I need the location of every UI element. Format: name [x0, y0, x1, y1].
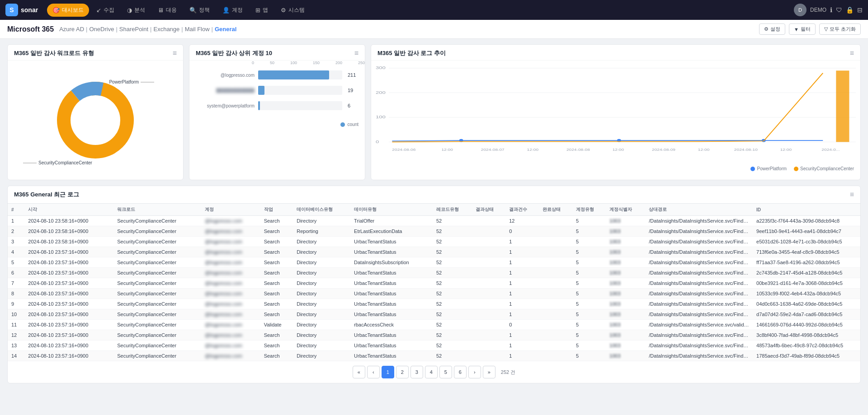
workload-panel-menu[interactable]: ≡	[173, 49, 177, 57]
filter-button[interactable]: ▼ 필터	[789, 23, 816, 35]
legend-powerplatform-dot	[750, 167, 755, 171]
nav-policy[interactable]: 🔍 정책	[184, 4, 215, 17]
breadcrumb-azure-ad[interactable]: Azure AD	[59, 26, 84, 33]
top-accounts-panel: M365 일반 감사 상위 계정 10 ≡ 0 50 100 150 200 2…	[189, 44, 365, 180]
svg-text:0: 0	[376, 139, 379, 144]
line-chart-svg: 300 200 100 0 2024-08-06 12:00 2024-08-0…	[376, 63, 856, 162]
breadcrumb-sharepoint[interactable]: SharePoint	[119, 26, 148, 33]
bar-legend-label: count	[348, 122, 359, 127]
nav-collect[interactable]: ↙ 수집	[91, 4, 120, 17]
bar-row-1: @logpresso.com 211	[196, 70, 359, 79]
svg-text:2024-0...: 2024-0...	[821, 148, 840, 151]
log-trend-menu[interactable]: ≡	[850, 49, 854, 57]
main-content: M365 일반 감사 워크로드 유형 ≡ PowerPlatform	[0, 39, 868, 389]
table-body: 12024-08-10 23:58:16+0900SecurityComplia…	[8, 216, 860, 361]
col-datatype: 데이터유형	[350, 204, 433, 216]
col-account-id: 계정식별자	[606, 204, 645, 216]
sub-header-actions: ⚙ 설정 ▼ 필터 ▽ 모두 초기화	[759, 23, 861, 35]
nav-app-label: 앱	[263, 6, 268, 14]
line-chart-container: 300 200 100 0 2024-08-06 12:00 2024-08-0…	[371, 61, 860, 164]
nav-system[interactable]: ⚙ 시스템	[275, 4, 310, 17]
page-2[interactable]: 2	[396, 366, 409, 378]
top-accounts-title: M365 일반 감사 상위 계정 10	[196, 49, 272, 57]
analyze-icon: ◑	[127, 7, 132, 14]
app-icon: ⊞	[255, 7, 260, 14]
page-5[interactable]: 5	[439, 366, 452, 378]
svg-point-1	[64, 89, 127, 152]
info-icon[interactable]: ℹ	[830, 6, 832, 14]
settings-button[interactable]: ⚙ 설정	[759, 23, 785, 35]
col-account: 계정	[201, 204, 260, 216]
grid-icon[interactable]: ⊟	[857, 6, 863, 14]
bar-value-2: 19	[348, 88, 359, 93]
table-row: 122024-08-10 23:57:16+0900SecurityCompli…	[8, 330, 860, 340]
logo: S sonar	[5, 4, 38, 16]
lock-icon[interactable]: 🔒	[846, 6, 854, 14]
table-row: 112024-08-10 23:57:16+0900SecurityCompli…	[8, 320, 860, 330]
page-4[interactable]: 4	[425, 366, 438, 378]
table-row: 42024-08-10 23:57:16+0900SecurityComplia…	[8, 247, 860, 257]
bar-chart-legend: count	[189, 120, 365, 131]
nav-respond-label: 대응	[166, 6, 177, 14]
svg-text:12:00: 12:00	[441, 148, 453, 151]
nav-analyze-label: 분석	[134, 6, 145, 14]
svg-text:2024-08-07: 2024-08-07	[481, 148, 505, 151]
settings-icon: ⚙	[764, 26, 769, 32]
legend-security: SecurityComplianceCenter	[794, 166, 854, 171]
breadcrumb-onedrive[interactable]: OneDrive	[89, 26, 114, 33]
bar-value-1: 211	[348, 72, 359, 78]
workload-panel: M365 일반 감사 워크로드 유형 ≡ PowerPlatform	[7, 44, 184, 180]
reset-icon: ▽	[824, 26, 828, 32]
top-panels: M365 일반 감사 워크로드 유형 ≡ PowerPlatform	[7, 44, 861, 180]
breadcrumb-mailflow[interactable]: Mail Flow	[185, 26, 210, 33]
svg-text:12:00: 12:00	[527, 148, 538, 151]
table-header-row: # 시각 워크로드 계정 작업 데이터베이스유형 데이터유형 레코드유형 결과상…	[8, 204, 860, 216]
donut-svg	[50, 75, 141, 165]
top-accounts-body: 0 50 100 150 200 250 @logpresso.com 211	[189, 61, 365, 131]
nav-respond[interactable]: 🖥 대응	[152, 4, 182, 17]
line-chart-legend: PowerPlatform SecurityComplianceCenter	[371, 164, 860, 175]
logo-icon: S	[5, 4, 18, 16]
recent-logs-menu[interactable]: ≡	[850, 191, 854, 199]
col-num: #	[8, 204, 24, 216]
page-3[interactable]: 3	[410, 366, 423, 378]
col-recordtype: 레코드유형	[433, 204, 472, 216]
top-accounts-menu[interactable]: ≡	[354, 49, 359, 57]
respond-icon: 🖥	[158, 7, 164, 14]
sub-header: Microsoft 365 Azure AD | OneDrive | Shar…	[0, 20, 868, 39]
bar-value-3: 6	[348, 103, 359, 108]
page-6[interactable]: 6	[454, 366, 467, 378]
reset-button[interactable]: ▽ 모두 초기화	[819, 23, 861, 35]
nav-analyze[interactable]: ◑ 분석	[122, 4, 151, 17]
log-trend-panel: M365 일반 감사 로그 추이 ≡ 300 200 100 0 2024-08…	[371, 44, 861, 180]
page-prev[interactable]: ‹	[367, 366, 380, 378]
nav-account[interactable]: 👤 계정	[217, 4, 248, 17]
bar-track-2	[258, 86, 342, 95]
page-last[interactable]: »	[483, 366, 495, 378]
powerplatform-label: PowerPlatform	[109, 79, 154, 84]
col-dbtype: 데이터베이스유형	[293, 204, 350, 216]
avatar[interactable]: D	[794, 4, 807, 16]
page-first[interactable]: «	[353, 366, 365, 378]
nav-dashboard[interactable]: 🎯 대시보드	[47, 4, 89, 17]
svg-text:12:00: 12:00	[780, 148, 792, 151]
logo-text: sonar	[21, 6, 38, 14]
breadcrumb-exchange[interactable]: Exchange	[153, 26, 179, 33]
svg-text:2024-08-10: 2024-08-10	[734, 148, 758, 151]
nav-account-label: 계정	[232, 6, 243, 14]
svg-text:12:00: 12:00	[613, 148, 624, 151]
col-complete-status: 완료상태	[539, 204, 572, 216]
bar-fill-3	[258, 101, 260, 110]
shield-icon[interactable]: 🛡	[836, 6, 842, 14]
app-title: Microsoft 365	[7, 25, 54, 33]
table-row: 142024-08-10 23:57:16+0900SecurityCompli…	[8, 351, 860, 361]
breadcrumb-general[interactable]: General	[215, 26, 236, 33]
svg-text:100: 100	[376, 115, 386, 119]
bar-label-2: ████████████	[196, 88, 255, 93]
nav-app[interactable]: ⊞ 앱	[250, 4, 274, 17]
table-row: 102024-08-10 23:57:16+0900SecurityCompli…	[8, 309, 860, 320]
top-navigation: S sonar 🎯 대시보드 ↙ 수집 ◑ 분석 🖥 대응 🔍 정책 👤 계정 …	[0, 0, 868, 20]
page-next[interactable]: ›	[468, 366, 481, 378]
table-row: 32024-08-10 23:58:16+0900SecurityComplia…	[8, 237, 860, 247]
page-1[interactable]: 1	[382, 366, 394, 378]
